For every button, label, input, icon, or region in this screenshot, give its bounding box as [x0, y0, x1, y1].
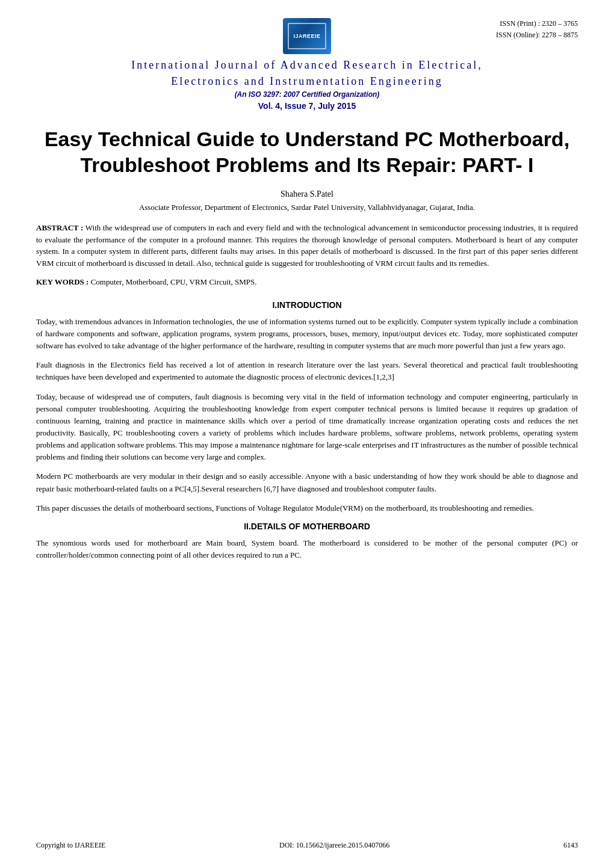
abstract-text: With the widespread use of computers in …	[36, 223, 578, 268]
footer-doi: DOI: 10.15662/ijareeie.2015.0407066	[279, 841, 389, 850]
keywords-text: Computer, Motherboard, CPU, VRM Circuit,…	[88, 277, 256, 286]
intro-para-5: This paper discusses the details of moth…	[36, 502, 578, 514]
journal-logo: IJAREEIE	[283, 18, 331, 54]
issn-block: ISSN (Print) : 2320 – 3765 ISSN (Online)…	[496, 18, 578, 41]
keywords-section: KEY WORDS : Computer, Motherboard, CPU, …	[36, 276, 578, 288]
abstract-label: ABSTRACT :	[36, 223, 83, 232]
journal-title-line1: International Journal of Advanced Resear…	[131, 58, 482, 73]
intro-para-3: Today, because of widespread use of comp…	[36, 391, 578, 464]
motherboard-para-1: The synomious words used for motherboard…	[36, 537, 578, 561]
volume-issue: Vol. 4, Issue 7, July 2015	[258, 101, 356, 111]
author-affiliation: Associate Professor, Department of Elect…	[36, 203, 578, 212]
section-heading-intro: I.INTRODUCTION	[36, 300, 578, 310]
issn-print: ISSN (Print) : 2320 – 3765	[496, 18, 578, 29]
intro-para-2: Fault diagnosis in the Electronics field…	[36, 359, 578, 383]
issn-online: ISSN (Online): 2278 – 8875	[496, 29, 578, 41]
journal-title-line2: Electronics and Instrumentation Engineer…	[171, 74, 442, 89]
paper-title: Easy Technical Guide to Understand PC Mo…	[36, 126, 578, 177]
keywords-label: KEY WORDS :	[36, 277, 88, 286]
section-heading-motherboard: II.DETAILS OF MOTHERBOARD	[36, 522, 578, 531]
abstract-section: ABSTRACT : With the widespread use of co…	[36, 222, 578, 269]
certified-label: (An ISO 3297: 2007 Certified Organizatio…	[235, 90, 380, 99]
footer-bar: Copyright to IJAREEIE DOI: 10.15662/ijar…	[36, 841, 578, 850]
intro-para-4: Modern PC motherboards are very modular …	[36, 470, 578, 494]
footer-page: 6143	[563, 841, 578, 850]
author-name: Shahera S.Patel	[36, 189, 578, 199]
footer-copyright: Copyright to IJAREEIE	[36, 841, 105, 850]
logo-text: IJAREEIE	[293, 33, 320, 39]
intro-para-1: Today, with tremendous advances in Infor…	[36, 316, 578, 352]
logo-container: IJAREEIE	[283, 18, 331, 54]
